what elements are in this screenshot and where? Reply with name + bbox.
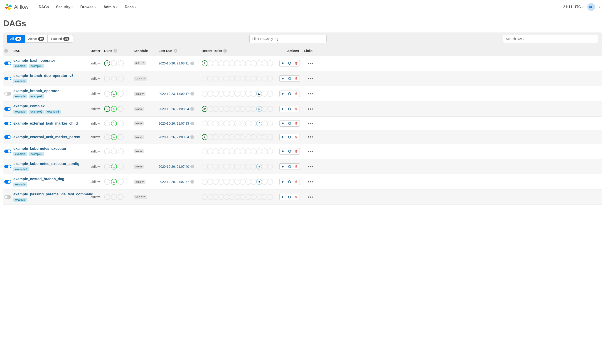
run-status-circle[interactable]: [118, 76, 124, 81]
dag-link[interactable]: example_external_task_marker_parent: [13, 135, 80, 139]
run-status-circle[interactable]: [111, 60, 117, 66]
tab-active[interactable]: Active 10: [25, 35, 48, 43]
task-status-circle[interactable]: [207, 148, 213, 154]
dag-link[interactable]: example_external_task_marker_child: [13, 121, 78, 125]
task-status-circle[interactable]: [223, 60, 230, 66]
tag[interactable]: example2: [29, 152, 44, 156]
trigger-button[interactable]: [279, 120, 286, 127]
tag[interactable]: example2: [29, 64, 44, 68]
run-status-circle[interactable]: 1: [111, 134, 117, 140]
tag[interactable]: example2: [29, 94, 44, 99]
task-status-circle[interactable]: [229, 148, 235, 154]
run-status-circle[interactable]: [111, 148, 117, 154]
task-status-circle[interactable]: [202, 194, 208, 200]
refresh-button[interactable]: [286, 106, 293, 112]
task-status-circle[interactable]: [207, 194, 213, 200]
refresh-button[interactable]: [286, 134, 293, 140]
task-status-circle[interactable]: [218, 148, 224, 154]
task-status-circle[interactable]: [229, 164, 235, 169]
trigger-button[interactable]: [279, 75, 286, 82]
refresh-button[interactable]: [286, 179, 293, 185]
refresh-button[interactable]: [286, 163, 293, 170]
schedule-badge[interactable]: */1 * * * *: [134, 77, 147, 80]
nav-link-security[interactable]: Security: [52, 0, 77, 14]
refresh-button[interactable]: [286, 60, 293, 66]
more-links-button[interactable]: •••: [308, 149, 313, 154]
task-status-circle[interactable]: 37: [202, 106, 208, 112]
task-status-circle[interactable]: [256, 76, 262, 81]
run-status-circle[interactable]: [118, 91, 124, 97]
refresh-button[interactable]: [286, 148, 293, 155]
schedule-badge[interactable]: 0 0 * * *: [134, 61, 146, 65]
dag-link[interactable]: example_passing_params_via_test_command: [13, 192, 93, 196]
brand[interactable]: Airflow: [5, 3, 28, 11]
schedule-badge[interactable]: None: [134, 165, 144, 169]
task-status-circle[interactable]: [251, 76, 257, 81]
last-run-link[interactable]: 2020-10-26, 21:08:11: [159, 62, 189, 65]
trigger-button[interactable]: [279, 106, 286, 112]
task-status-circle[interactable]: [234, 164, 240, 169]
task-status-circle[interactable]: [223, 148, 230, 154]
run-status-circle[interactable]: [118, 106, 124, 112]
task-status-circle[interactable]: [213, 76, 219, 81]
info-icon[interactable]: i: [190, 165, 194, 168]
pause-toggle[interactable]: [4, 150, 11, 153]
task-status-circle[interactable]: [267, 148, 273, 154]
task-status-circle[interactable]: [218, 106, 224, 112]
task-status-circle[interactable]: [251, 194, 257, 200]
delete-button[interactable]: [293, 163, 300, 170]
task-status-circle[interactable]: [251, 60, 257, 66]
task-status-circle[interactable]: [213, 194, 219, 200]
task-status-circle[interactable]: [207, 164, 213, 169]
run-status-circle[interactable]: [118, 120, 124, 126]
last-run-link[interactable]: 2020-10-26, 21:07:40: [159, 165, 189, 168]
tag[interactable]: example: [13, 79, 27, 83]
dag-link[interactable]: example_branch_dop_operator_v3: [13, 74, 74, 78]
task-status-circle[interactable]: [207, 106, 213, 112]
task-status-circle[interactable]: [229, 134, 235, 140]
nav-link-docs[interactable]: Docs: [121, 0, 140, 14]
task-status-circle[interactable]: [234, 179, 240, 185]
info-icon[interactable]: i: [190, 107, 194, 111]
task-status-circle[interactable]: [234, 60, 240, 66]
delete-button[interactable]: [293, 134, 300, 140]
task-status-circle[interactable]: 6: [202, 60, 208, 66]
th-dag[interactable]: DAG: [13, 49, 90, 53]
task-status-circle[interactable]: [218, 194, 224, 200]
more-links-button[interactable]: •••: [308, 135, 313, 139]
run-status-circle[interactable]: [118, 194, 124, 200]
pause-toggle[interactable]: [4, 135, 11, 139]
info-icon[interactable]: i: [190, 122, 194, 125]
trigger-button[interactable]: [279, 91, 286, 97]
schedule-badge[interactable]: @daily: [134, 92, 145, 96]
refresh-button[interactable]: [286, 75, 293, 82]
task-status-circle[interactable]: [223, 134, 230, 140]
task-status-circle[interactable]: [229, 179, 235, 185]
time-display[interactable]: 21:11 UTC: [563, 5, 584, 9]
delete-button[interactable]: [293, 194, 300, 200]
info-icon[interactable]: i: [114, 49, 117, 53]
refresh-button[interactable]: [286, 194, 293, 200]
task-status-circle[interactable]: [218, 91, 224, 97]
more-links-button[interactable]: •••: [308, 107, 313, 111]
task-status-circle[interactable]: [240, 60, 246, 66]
info-icon[interactable]: i: [4, 49, 8, 53]
more-links-button[interactable]: •••: [308, 91, 313, 96]
trigger-button[interactable]: [279, 179, 286, 185]
task-status-circle[interactable]: [245, 91, 251, 97]
tag[interactable]: example2: [29, 110, 44, 114]
schedule-badge[interactable]: @daily: [134, 180, 145, 184]
task-status-circle[interactable]: 37: [256, 106, 262, 112]
tag[interactable]: example3: [45, 110, 61, 114]
info-icon[interactable]: i: [223, 49, 227, 53]
pause-toggle[interactable]: [4, 180, 11, 183]
pause-toggle[interactable]: [4, 122, 11, 125]
task-status-circle[interactable]: [262, 148, 268, 154]
task-status-circle[interactable]: [262, 106, 268, 112]
dag-link[interactable]: example_kubernetes_executor_config: [13, 162, 79, 166]
task-status-circle[interactable]: [267, 194, 273, 200]
tag[interactable]: example: [13, 182, 27, 187]
task-status-circle[interactable]: [262, 134, 268, 140]
task-status-circle[interactable]: [256, 194, 262, 200]
task-status-circle[interactable]: [213, 106, 219, 112]
